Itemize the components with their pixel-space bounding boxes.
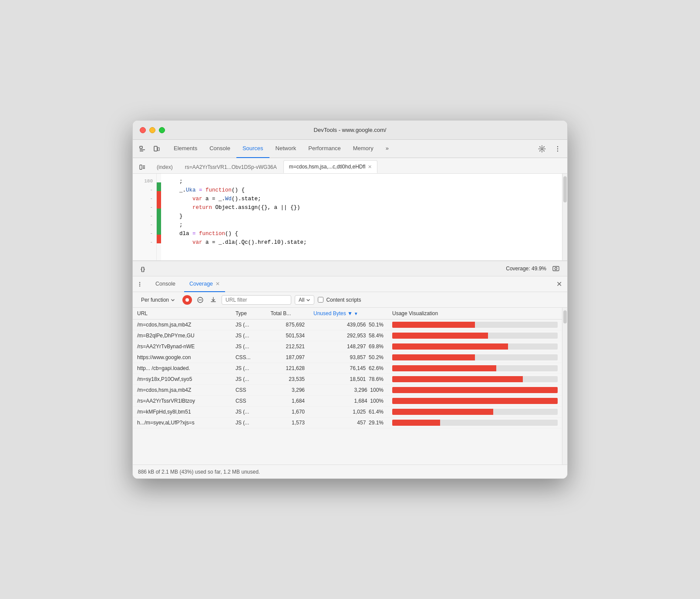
tab-elements[interactable]: Elements bbox=[168, 140, 203, 158]
used-portion bbox=[392, 343, 508, 350]
sidebar-toggle-icon[interactable] bbox=[136, 161, 148, 173]
usage-bar bbox=[392, 365, 558, 371]
window-title: DevTools - www.google.com/ bbox=[314, 127, 387, 133]
usage-bar bbox=[392, 343, 558, 350]
used-portion bbox=[392, 420, 440, 426]
table-row[interactable]: /m=sy18x,P10Owf,syo5 JS (... 23,535 18,5… bbox=[133, 374, 562, 385]
record-button[interactable] bbox=[182, 295, 192, 305]
settings-icon[interactable] bbox=[536, 143, 548, 155]
tab-more[interactable]: » bbox=[380, 140, 395, 158]
export-button[interactable] bbox=[209, 295, 218, 305]
code-line: var a = _.dla(.Qc().href.l0).state; bbox=[166, 238, 557, 247]
url-cell: /rs=AA2YrTssrVR1lBtzoy bbox=[133, 396, 231, 407]
panel-close-button[interactable]: ✕ bbox=[555, 278, 564, 290]
used-portion bbox=[392, 333, 488, 339]
total-cell: 3,296 bbox=[266, 385, 309, 396]
table-row[interactable]: /rs=AA2YrTvBynad-nWE JS (... 212,521 148… bbox=[133, 341, 562, 352]
used-portion bbox=[392, 354, 475, 360]
tab-nav: Elements Console Sources Network Perform… bbox=[168, 140, 395, 158]
panel-menu-icon[interactable] bbox=[136, 279, 147, 289]
code-line: } bbox=[166, 212, 557, 221]
devtools-window: DevTools - www.google.com/ Elements Cons… bbox=[132, 120, 568, 479]
tab-network[interactable]: Network bbox=[269, 140, 303, 158]
total-cell: 187,097 bbox=[266, 352, 309, 363]
more-options-icon[interactable] bbox=[552, 143, 564, 155]
usage-bar bbox=[392, 420, 558, 426]
content-scripts-checkbox[interactable] bbox=[318, 297, 323, 303]
url-filter-input[interactable] bbox=[222, 295, 291, 305]
table-row[interactable]: /rs=AA2YrTssrVR1lBtzoy CSS 1,684 1,684 1… bbox=[133, 396, 562, 407]
line-numbers: 180 - - - - - - - bbox=[133, 174, 157, 260]
file-tab-rs[interactable]: rs=AA2YrTssrVR1...Obv1DSp-vWG36A bbox=[179, 160, 283, 173]
unused-cell: 18,501 78.6% bbox=[309, 374, 388, 385]
table-row[interactable]: /m=kMFpHd,sy8l,bm51 JS (... 1,670 1,025 … bbox=[133, 407, 562, 417]
svg-point-5 bbox=[541, 148, 543, 150]
col-header-type[interactable]: Type bbox=[231, 308, 266, 320]
code-scrollbar[interactable] bbox=[562, 174, 567, 260]
table-row[interactable]: h.../m=syev,aLUfP?xjs=s JS (... 1,573 45… bbox=[133, 417, 562, 428]
maximize-button[interactable] bbox=[159, 127, 165, 133]
usage-bar bbox=[392, 398, 558, 404]
clear-button[interactable] bbox=[195, 295, 205, 305]
col-header-unused[interactable]: Unused Bytes ▼ bbox=[309, 308, 388, 320]
svg-point-7 bbox=[557, 148, 558, 149]
viz-cell bbox=[388, 417, 562, 428]
unused-cell: 457 29.1% bbox=[309, 417, 388, 428]
url-cell: /m=sy18x,P10Owf,syo5 bbox=[133, 374, 231, 385]
tab-performance[interactable]: Performance bbox=[302, 140, 347, 158]
table-row[interactable]: /m=cdos,hsm,jsa,mb4Z JS (... 875,692 439… bbox=[133, 320, 562, 330]
tab-memory[interactable]: Memory bbox=[347, 140, 380, 158]
coverage-tab-close[interactable]: ✕ bbox=[215, 281, 220, 287]
type-cell: JS (... bbox=[231, 374, 266, 385]
panel-tab-console[interactable]: Console bbox=[150, 276, 181, 292]
svg-rect-9 bbox=[140, 165, 142, 169]
code-line: ; bbox=[166, 221, 557, 229]
viz-cell bbox=[388, 363, 562, 374]
viz-cell bbox=[388, 407, 562, 417]
tab-sources[interactable]: Sources bbox=[236, 140, 269, 158]
col-header-url[interactable]: URL bbox=[133, 308, 231, 320]
toolbar-right bbox=[536, 143, 564, 155]
svg-point-6 bbox=[557, 146, 558, 147]
coverage-table-scroll[interactable]: URL Type Total B... Unused Bytes ▼ Usage… bbox=[133, 308, 562, 464]
content-scripts-label[interactable]: Content scripts bbox=[318, 297, 361, 303]
type-cell: JS (... bbox=[231, 417, 266, 428]
per-function-button[interactable]: Per function bbox=[137, 295, 179, 305]
close-button[interactable] bbox=[140, 127, 146, 133]
svg-rect-13 bbox=[553, 266, 559, 271]
inspect-element-icon[interactable] bbox=[136, 143, 148, 155]
pretty-print-button[interactable]: {} bbox=[138, 266, 148, 272]
table-row[interactable]: http... /cb=gapi.loaded. JS (... 121,628… bbox=[133, 363, 562, 374]
coverage-table-container: URL Type Total B... Unused Bytes ▼ Usage… bbox=[133, 308, 567, 464]
screenshot-icon[interactable] bbox=[550, 262, 562, 275]
used-portion bbox=[392, 387, 558, 393]
title-bar: DevTools - www.google.com/ bbox=[133, 121, 567, 140]
panel-tab-coverage[interactable]: Coverage ✕ bbox=[184, 276, 225, 292]
url-cell: /rs=AA2YrTvBynad-nWE bbox=[133, 341, 231, 352]
table-row[interactable]: https://www.google.con CSS... 187,097 93… bbox=[133, 352, 562, 363]
col-header-viz[interactable]: Usage Visualization bbox=[388, 308, 562, 320]
type-cell: JS (... bbox=[231, 320, 266, 330]
table-row[interactable]: /m=cdos,hsm,jsa,mb4Z CSS 3,296 3,296 100… bbox=[133, 385, 562, 396]
all-chevron-down-icon bbox=[306, 298, 310, 302]
table-row[interactable]: /m=B2qlPe,DhPYme,GU JS (... 501,534 292,… bbox=[133, 330, 562, 341]
usage-bar bbox=[392, 354, 558, 360]
file-tab-close-icon[interactable]: ✕ bbox=[368, 164, 372, 170]
file-tab-m[interactable]: m=cdos,hsm,jsa,...c,dtl0hd,eHDfl ✕ bbox=[283, 160, 378, 173]
unused-cell: 292,953 58.4% bbox=[309, 330, 388, 341]
url-cell: https://www.google.con bbox=[133, 352, 231, 363]
tab-console[interactable]: Console bbox=[203, 140, 236, 158]
svg-point-16 bbox=[139, 283, 141, 285]
minimize-button[interactable] bbox=[149, 127, 155, 133]
device-toolbar-icon[interactable] bbox=[150, 143, 162, 155]
all-dropdown[interactable]: All bbox=[295, 295, 314, 305]
code-content[interactable]: ; _.Uka = function() { var a = _.Wd().st… bbox=[161, 174, 562, 260]
svg-rect-0 bbox=[140, 146, 142, 148]
total-cell: 1,573 bbox=[266, 417, 309, 428]
table-scrollbar[interactable] bbox=[562, 308, 567, 464]
usage-bar bbox=[392, 333, 558, 339]
file-tab-index[interactable]: (index) bbox=[151, 160, 178, 173]
col-header-total[interactable]: Total B... bbox=[266, 308, 309, 320]
svg-point-8 bbox=[557, 150, 558, 151]
viz-cell bbox=[388, 330, 562, 341]
